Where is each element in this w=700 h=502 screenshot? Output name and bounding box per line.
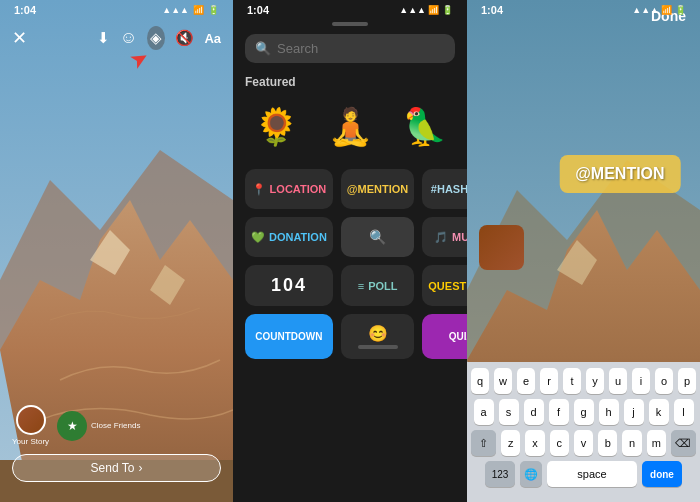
key-w[interactable]: w <box>494 368 512 394</box>
key-shift[interactable]: ⇧ <box>471 430 496 456</box>
status-time-p3: 1:04 <box>481 4 503 16</box>
featured-label: Featured <box>233 75 467 97</box>
key-b[interactable]: b <box>598 430 617 456</box>
story-avatar <box>16 405 46 435</box>
sticker-sun[interactable]: 🌻 <box>246 97 306 157</box>
close-friends-button[interactable]: ★ Close Friends <box>57 411 140 441</box>
key-t[interactable]: t <box>563 368 581 394</box>
key-d[interactable]: d <box>524 399 544 425</box>
music-label: MUSIC <box>452 231 467 243</box>
mention-sticker-placed[interactable]: @MENTION <box>559 155 680 193</box>
sticker-zen[interactable]: 🧘 <box>320 97 380 157</box>
search-icon: 🔍 <box>255 41 271 56</box>
music-sticker[interactable]: 🎵 MUSIC <box>422 217 467 257</box>
key-123[interactable]: 123 <box>485 461 515 487</box>
send-label: Send To <box>91 461 135 475</box>
status-bar-p3: 1:04 ▲▲▲ 📶 🔋 <box>467 0 700 16</box>
slider-bar <box>358 345 398 349</box>
keyboard-row-4: 123 🌐 space done <box>471 461 696 487</box>
key-s[interactable]: s <box>499 399 519 425</box>
thumbnail-p3 <box>479 225 524 270</box>
close-button[interactable]: ✕ <box>12 27 27 49</box>
key-q[interactable]: q <box>471 368 489 394</box>
keyboard-row-3: ⇧ z x c v b n m ⌫ <box>471 430 696 456</box>
mention-sticker[interactable]: @MENTION <box>341 169 414 209</box>
countdown-sticker[interactable]: COUNTDOWN <box>245 314 333 359</box>
poll-label: POLL <box>368 280 397 292</box>
hashtag-label: #HASHTAG <box>431 183 467 195</box>
panel-3: 1:04 ▲▲▲ 📶 🔋 Done @MENTION q w e r t y u… <box>467 0 700 502</box>
countdown-num: 104 <box>271 275 307 296</box>
key-x[interactable]: x <box>525 430 544 456</box>
key-z[interactable]: z <box>501 430 520 456</box>
key-o[interactable]: o <box>655 368 673 394</box>
countdown-label: COUNTDOWN <box>255 331 322 342</box>
sticker-button[interactable]: ◈ <box>147 26 165 50</box>
keyboard-row-1: q w e r t y u i o p <box>471 368 696 394</box>
key-r[interactable]: r <box>540 368 558 394</box>
search-bar[interactable]: 🔍 <box>245 34 455 63</box>
text-button[interactable]: Aa <box>204 31 221 46</box>
sticker-grid: 📍 LOCATION @MENTION #HASHTAG 💚 DONATION … <box>233 169 467 359</box>
donation-label: DONATION <box>269 231 327 243</box>
key-f[interactable]: f <box>549 399 569 425</box>
key-k[interactable]: k <box>649 399 669 425</box>
quiz-sticker[interactable]: QUIZ <box>422 314 467 359</box>
status-icons-p1: ▲▲▲ 📶 🔋 <box>162 5 219 15</box>
sticker-bird[interactable]: 🦜 <box>394 97 454 157</box>
key-space[interactable]: space <box>547 461 637 487</box>
story-label: Your Story <box>12 437 49 446</box>
emoji-slider-sticker[interactable]: 😊 <box>341 314 414 359</box>
quiz-small-sticker[interactable]: 🔍 <box>341 217 414 257</box>
keyboard: q w e r t y u i o p a s d f g h j k l ⇧ … <box>467 362 700 502</box>
location-label: LOCATION <box>270 183 327 195</box>
mention-label: @MENTION <box>347 183 408 195</box>
mute-button[interactable]: 🔇 <box>175 29 194 47</box>
status-time-p1: 1:04 <box>14 4 36 16</box>
panel-1: 1:04 ▲▲▲ 📶 🔋 ✕ ⬇ ☺ ◈ 🔇 Aa ➤ Your Story <box>0 0 233 502</box>
close-friends-label: Close Friends <box>91 421 140 430</box>
status-time-p2: 1:04 <box>247 4 269 16</box>
countdown-number-sticker[interactable]: 104 <box>245 265 333 306</box>
key-g[interactable]: g <box>574 399 594 425</box>
key-h[interactable]: h <box>599 399 619 425</box>
hashtag-sticker[interactable]: #HASHTAG <box>422 169 467 209</box>
key-e[interactable]: e <box>517 368 535 394</box>
location-sticker[interactable]: 📍 LOCATION <box>245 169 333 209</box>
poll-sticker[interactable]: ≡ POLL <box>341 265 414 306</box>
key-u[interactable]: u <box>609 368 627 394</box>
keyboard-row-2: a s d f g h j k l <box>471 399 696 425</box>
questions-label: QUESTIONS <box>428 280 467 292</box>
download-button[interactable]: ⬇ <box>97 29 110 47</box>
questions-sticker[interactable]: QUESTIONS <box>422 265 467 306</box>
send-to-button[interactable]: Send To › <box>12 454 221 482</box>
key-y[interactable]: y <box>586 368 604 394</box>
panel-2: 1:04 ▲▲▲ 📶 🔋 🔍 Featured 🌻 🧘 🦜 📍 LOCATION… <box>233 0 467 502</box>
key-a[interactable]: a <box>474 399 494 425</box>
sheet-handle <box>332 22 368 26</box>
mention-sticker-text: @MENTION <box>575 165 664 182</box>
key-n[interactable]: n <box>622 430 641 456</box>
key-m[interactable]: m <box>647 430 666 456</box>
key-c[interactable]: c <box>550 430 569 456</box>
emoji-button[interactable]: ☺ <box>120 28 137 48</box>
toolbar-p1: ✕ ⬇ ☺ ◈ 🔇 Aa <box>0 18 233 58</box>
key-v[interactable]: v <box>574 430 593 456</box>
key-i[interactable]: i <box>632 368 650 394</box>
status-bar-p2: 1:04 ▲▲▲ 📶 🔋 <box>233 0 467 16</box>
status-bar: 1:04 ▲▲▲ 📶 🔋 <box>0 0 233 16</box>
key-j[interactable]: j <box>624 399 644 425</box>
bottom-bar-p1: Your Story ★ Close Friends Send To › <box>0 395 233 502</box>
key-done[interactable]: done <box>642 461 682 487</box>
featured-stickers: 🌻 🧘 🦜 <box>233 97 467 169</box>
close-friends-icon: ★ <box>57 411 87 441</box>
quiz-label: QUIZ <box>449 331 467 342</box>
search-input[interactable] <box>277 41 445 56</box>
donation-sticker[interactable]: 💚 DONATION <box>245 217 333 257</box>
key-p[interactable]: p <box>678 368 696 394</box>
key-emoji[interactable]: 🌐 <box>520 461 542 487</box>
key-l[interactable]: l <box>674 399 694 425</box>
key-delete[interactable]: ⌫ <box>671 430 696 456</box>
